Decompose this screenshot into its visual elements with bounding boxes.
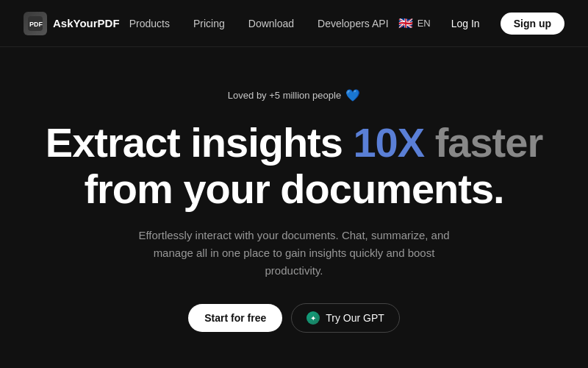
nav-actions: 🇬🇧 EN Log In Sign up: [398, 13, 564, 35]
hero-section: Loved by +5 million people 💙 Extract ins…: [0, 47, 588, 368]
hero-title-accent: 10X: [353, 119, 424, 166]
nav-links: Products Pricing Download Developers API: [129, 18, 389, 29]
hero-title: Extract insights 10X faster from your do…: [46, 120, 542, 212]
lang-code: EN: [417, 18, 431, 29]
signup-button[interactable]: Sign up: [501, 13, 564, 35]
navbar: PDF AskYourPDF Products Pricing Download…: [0, 0, 588, 47]
nav-link-devapi[interactable]: Developers API: [318, 18, 389, 29]
logo-icon: PDF: [24, 12, 47, 35]
start-free-button[interactable]: Start for free: [188, 304, 282, 332]
flag-icon: 🇬🇧: [398, 16, 413, 30]
logo-text: AskYourPDF: [53, 17, 120, 29]
brand-logo[interactable]: PDF AskYourPDF: [24, 12, 120, 35]
hero-subtitle: Effortlessly interact with your document…: [125, 227, 463, 280]
hero-buttons: Start for free ✦ Try Our GPT: [188, 303, 400, 333]
heart-icon: 💙: [345, 88, 360, 102]
nav-link-pricing[interactable]: Pricing: [193, 18, 225, 29]
try-gpt-label: Try Our GPT: [326, 312, 384, 324]
hero-title-line2: from your documents.: [84, 166, 503, 212]
nav-link-products[interactable]: Products: [129, 18, 170, 29]
hero-title-part1: Extract insights: [46, 119, 354, 166]
hero-title-part3: faster: [424, 119, 542, 166]
gpt-icon: ✦: [306, 311, 320, 325]
loved-text: Loved by +5 million people: [228, 90, 341, 101]
lang-selector[interactable]: 🇬🇧 EN: [398, 16, 431, 30]
login-button[interactable]: Log In: [440, 13, 492, 34]
loved-badge: Loved by +5 million people 💙: [228, 88, 360, 102]
svg-text:PDF: PDF: [29, 21, 43, 28]
nav-link-download[interactable]: Download: [248, 18, 294, 29]
try-gpt-button[interactable]: ✦ Try Our GPT: [291, 303, 400, 333]
